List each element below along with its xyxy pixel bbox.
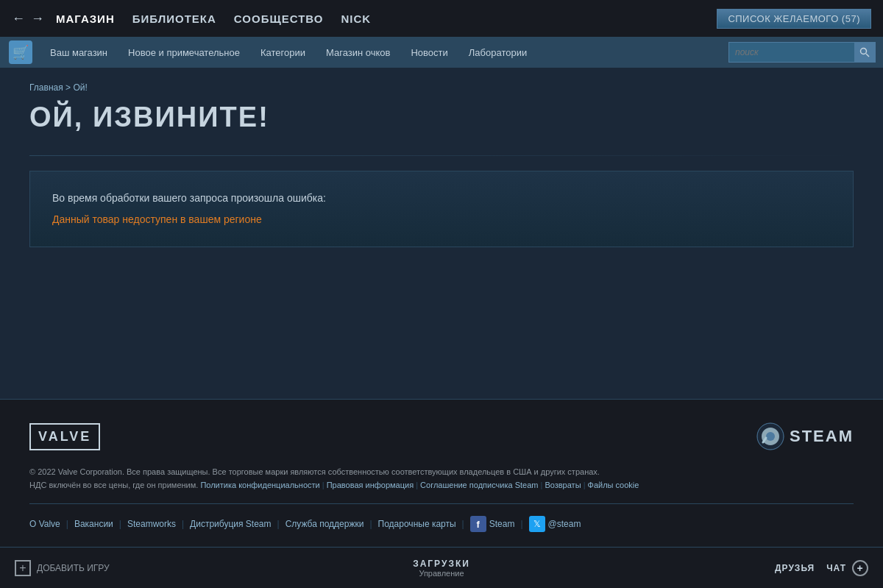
- valve-logo: VALVE: [29, 423, 100, 450]
- jobs-link[interactable]: Вакансии: [74, 519, 113, 529]
- error-box: Во время обработки вашего запроса произо…: [29, 171, 854, 247]
- news-link[interactable]: Новости: [400, 37, 458, 68]
- footer-copyright: © 2022 Valve Corporation. Все права защи…: [29, 466, 854, 492]
- friends-icon: +: [852, 560, 868, 576]
- gift-link[interactable]: Подарочные карты: [378, 519, 456, 529]
- nav-library-link[interactable]: БИБЛИОТЕКА: [132, 13, 216, 25]
- add-game-icon: +: [15, 560, 31, 576]
- breadcrumb: Главная > Ой!: [29, 82, 854, 93]
- valve-link[interactable]: О Valve: [29, 519, 60, 529]
- main-content: Главная > Ой! ОЙ, ИЗВИНИТЕ! Во время обр…: [0, 68, 883, 399]
- forward-button[interactable]: →: [31, 11, 44, 26]
- steam-logo-text: STEAM: [790, 427, 854, 446]
- error-link[interactable]: Данный товар недоступен в вашем регионе: [52, 213, 262, 225]
- store-icon: 🛒: [7, 39, 34, 65]
- friends-section[interactable]: ДРУЗЬЯ ЧАТ +: [584, 560, 868, 576]
- store-icon-image: 🛒: [9, 40, 32, 64]
- steamworks-link[interactable]: Steamworks: [127, 519, 176, 529]
- twitter-link[interactable]: 𝕏 @steam: [529, 516, 581, 532]
- twitter-label: @steam: [548, 519, 581, 529]
- refunds-link[interactable]: Возвраты: [545, 481, 581, 489]
- nav-community-link[interactable]: СООБЩЕСТВО: [234, 13, 324, 25]
- footer-top: VALVE STEAM: [29, 422, 854, 451]
- top-navigation: ← → МАГАЗИН БИБЛИОТЕКА СООБЩЕСТВО NICK С…: [0, 0, 883, 37]
- footer-bottom-links: О Valve | Вакансии | Steamworks | Дистри…: [29, 516, 854, 532]
- store-navigation: 🛒 Ваш магазин Новое и примечательное Кат…: [0, 37, 883, 68]
- downloads-subtitle: Управление: [419, 569, 464, 578]
- add-game-label: ДОБАВИТЬ ИГРУ: [37, 563, 110, 573]
- privacy-link[interactable]: Политика конфиденциальности: [200, 481, 319, 489]
- svg-point-3: [766, 432, 775, 441]
- downloads-section[interactable]: ЗАГРУЗКИ Управление: [299, 559, 584, 578]
- search-box: [728, 42, 876, 63]
- breadcrumb-current: Ой!: [73, 82, 87, 93]
- nav-store-link[interactable]: МАГАЗИН: [56, 13, 115, 25]
- downloads-title: ЗАГРУЗКИ: [413, 559, 470, 569]
- labs-link[interactable]: Лаборатории: [458, 37, 537, 68]
- facebook-link[interactable]: f Steam: [470, 516, 515, 532]
- steam-logo-icon: [756, 422, 785, 451]
- page-title: ОЙ, ИЗВИНИТЕ!: [29, 102, 854, 133]
- categories-link[interactable]: Категории: [250, 37, 316, 68]
- wishlist-button[interactable]: СПИСОК ЖЕЛАЕМОГО (57): [717, 9, 871, 29]
- cookies-link[interactable]: Файлы cookie: [588, 481, 639, 489]
- svg-point-0: [861, 49, 867, 54]
- distribution-link[interactable]: Дистрибуция Steam: [190, 519, 271, 529]
- twitter-icon: 𝕏: [529, 516, 545, 532]
- friends-chat-label: ЧАТ: [826, 563, 846, 573]
- back-button[interactable]: ←: [12, 11, 25, 26]
- steam-logo-footer: STEAM: [756, 422, 854, 451]
- svg-line-1: [866, 54, 869, 57]
- footer: VALVE STEAM © 2022 Valve Corporation. Вс…: [0, 399, 883, 547]
- facebook-icon: f: [470, 516, 486, 532]
- breadcrumb-home[interactable]: Главная: [29, 82, 63, 93]
- nav-nick-link[interactable]: NICK: [341, 13, 371, 25]
- nav-arrows: ← →: [12, 11, 44, 26]
- facebook-label: Steam: [489, 519, 515, 529]
- points-shop-link[interactable]: Магазин очков: [316, 37, 400, 68]
- separator: [29, 155, 854, 156]
- breadcrumb-separator-arrow: >: [65, 82, 71, 93]
- search-input[interactable]: [729, 47, 854, 57]
- nav-links: МАГАЗИН БИБЛИОТЕКА СООБЩЕСТВО NICK: [56, 13, 705, 25]
- your-store-link[interactable]: Ваш магазин: [40, 37, 118, 68]
- footer-divider: [29, 503, 854, 504]
- support-link[interactable]: Служба поддержки: [286, 519, 364, 529]
- store-nav-links: Ваш магазин Новое и примечательное Катег…: [40, 37, 728, 68]
- search-button[interactable]: [854, 42, 875, 63]
- friends-label: ДРУЗЬЯ: [775, 563, 815, 573]
- add-game-section[interactable]: + ДОБАВИТЬ ИГРУ: [15, 560, 299, 576]
- subscriber-link[interactable]: Соглашение подписчика Steam: [420, 481, 538, 489]
- legal-link[interactable]: Правовая информация: [327, 481, 414, 489]
- error-text: Во время обработки вашего запроса произо…: [52, 192, 831, 204]
- new-noteworthy-link[interactable]: Новое и примечательное: [118, 37, 250, 68]
- bottom-bar: + ДОБАВИТЬ ИГРУ ЗАГРУЗКИ Управление ДРУЗ…: [0, 547, 883, 588]
